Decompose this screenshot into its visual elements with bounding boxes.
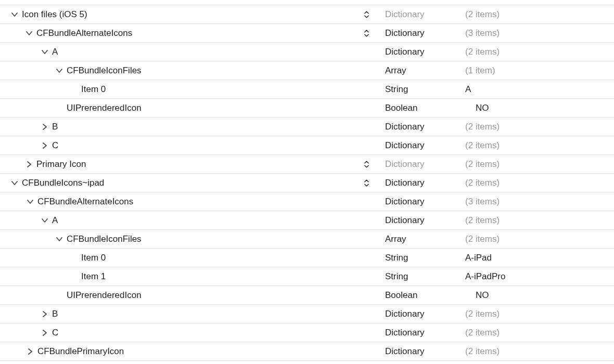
key-label: UIPrerenderedIcon bbox=[67, 290, 142, 301]
plist-row[interactable]: CFBundleIconFilesArray(2 items) bbox=[0, 230, 614, 249]
key-label: A bbox=[52, 47, 58, 57]
type-label: Dictionary bbox=[385, 159, 425, 169]
value-label: NO bbox=[476, 103, 489, 113]
type-label: Dictionary bbox=[385, 346, 425, 356]
value-label: (2 items) bbox=[465, 9, 500, 19]
plist-row[interactable]: UIPrerenderedIconBooleanNO bbox=[0, 286, 614, 305]
key-label: A bbox=[52, 215, 58, 226]
value-label: (1 item) bbox=[465, 66, 495, 75]
chevron-down-icon[interactable] bbox=[55, 67, 63, 75]
chevron-right-icon[interactable] bbox=[41, 310, 49, 318]
type-cell: Dictionary bbox=[374, 9, 462, 20]
key-cell: B bbox=[0, 309, 374, 319]
type-cell: Dictionary bbox=[374, 47, 462, 57]
key-label: B bbox=[52, 122, 58, 132]
key-cell: B bbox=[0, 122, 374, 132]
chevron-down-icon[interactable] bbox=[41, 48, 49, 56]
key-label: Item 0 bbox=[81, 84, 106, 95]
type-label: Dictionary bbox=[385, 309, 425, 319]
type-label: Boolean bbox=[385, 103, 417, 113]
plist-row[interactable]: CFBundlePrimaryIconDictionary(2 items) bbox=[0, 342, 614, 361]
value-cell: NO bbox=[462, 290, 614, 301]
value-cell: (2 items) bbox=[462, 47, 614, 57]
plist-row[interactable]: Primary IconDictionary(2 items) bbox=[0, 155, 614, 174]
value-cell: (2 items) bbox=[462, 122, 614, 132]
plist-row[interactable]: CFBundleIconFilesArray(1 item) bbox=[0, 61, 614, 80]
value-cell: (2 items) bbox=[462, 159, 614, 170]
value-label: A-iPad bbox=[465, 253, 492, 263]
chevron-down-icon[interactable] bbox=[55, 235, 63, 243]
plist-row[interactable]: CFBundleAlternateIconsDictionary(3 items… bbox=[0, 24, 614, 43]
stepper-control[interactable] bbox=[362, 28, 370, 38]
plist-table: Executable fileString$(EXECUTABLE_NAME)I… bbox=[0, 0, 614, 361]
key-label: CFBundleIconFiles bbox=[67, 234, 142, 244]
value-cell: (2 items) bbox=[462, 9, 614, 20]
type-cell: Array bbox=[374, 234, 462, 244]
plist-row[interactable]: BDictionary(2 items) bbox=[0, 305, 614, 323]
key-label: Item 1 bbox=[81, 271, 106, 282]
plist-row[interactable]: CFBundleAlternateIconsDictionary(3 items… bbox=[0, 192, 614, 211]
chevron-right-icon[interactable] bbox=[41, 141, 49, 150]
key-cell: CFBundleAlternateIcons bbox=[0, 197, 374, 207]
key-label: C bbox=[52, 140, 58, 151]
type-cell: Boolean bbox=[374, 290, 462, 301]
value-label: (2 items) bbox=[465, 47, 500, 57]
chevron-right-icon[interactable] bbox=[25, 160, 33, 168]
chevron-down-icon[interactable] bbox=[26, 198, 34, 206]
value-label: (2 items) bbox=[465, 328, 500, 337]
chevron-down-icon[interactable] bbox=[25, 29, 33, 37]
stepper-control[interactable] bbox=[362, 159, 370, 170]
plist-row[interactable]: CDictionary(2 items) bbox=[0, 323, 614, 342]
plist-row[interactable]: Executable fileString$(EXECUTABLE_NAME) bbox=[0, 0, 614, 5]
chevron-down-icon[interactable] bbox=[10, 10, 19, 19]
type-cell: String bbox=[374, 253, 462, 263]
type-label: Dictionary bbox=[385, 215, 425, 225]
key-label: Icon files (iOS 5) bbox=[22, 9, 87, 20]
chevron-right-icon[interactable] bbox=[41, 123, 49, 131]
key-cell: CFBundleIconFiles bbox=[0, 234, 374, 244]
chevron-right-icon[interactable] bbox=[41, 329, 49, 337]
type-cell: Array bbox=[374, 66, 462, 76]
key-label: CFBundleIconFiles bbox=[67, 66, 142, 76]
value-cell: (3 items) bbox=[462, 28, 614, 38]
key-cell: UIPrerenderedIcon bbox=[0, 290, 374, 301]
plist-row[interactable]: Item 1StringA-iPadPro bbox=[0, 267, 614, 286]
key-label: Item 0 bbox=[81, 253, 106, 263]
key-cell: C bbox=[0, 328, 374, 338]
plist-row[interactable]: CFBundleIcons~ipadDictionary(2 items) bbox=[0, 174, 614, 192]
value-label: A-iPadPro bbox=[465, 271, 505, 281]
plist-row[interactable]: Icon files (iOS 5)Dictionary(2 items) bbox=[0, 5, 614, 24]
plist-row[interactable]: Item 0StringA bbox=[0, 80, 614, 99]
type-label: Dictionary bbox=[385, 9, 425, 19]
key-cell: Item 1 bbox=[0, 271, 374, 282]
key-cell: CFBundleAlternateIcons bbox=[0, 28, 374, 38]
stepper-control[interactable] bbox=[362, 178, 370, 188]
type-label: Dictionary bbox=[385, 178, 425, 188]
value-label: (2 items) bbox=[465, 234, 500, 244]
chevron-right-icon[interactable] bbox=[26, 347, 34, 356]
type-label: Dictionary bbox=[385, 197, 425, 206]
key-label: CFBundleAlternateIcons bbox=[37, 197, 133, 207]
value-cell: (2 items) bbox=[462, 328, 614, 338]
type-cell: Dictionary bbox=[374, 215, 462, 226]
chevron-down-icon[interactable] bbox=[41, 216, 49, 225]
plist-row[interactable]: BDictionary(2 items) bbox=[0, 118, 614, 136]
value-cell: A-iPad bbox=[462, 253, 614, 263]
plist-row[interactable]: ADictionary(2 items) bbox=[0, 43, 614, 61]
type-label: String bbox=[385, 253, 408, 263]
value-cell: (2 items) bbox=[462, 309, 614, 319]
key-cell: Icon files (iOS 5) bbox=[0, 9, 374, 20]
value-label: (2 items) bbox=[465, 309, 500, 319]
value-cell: (2 items) bbox=[462, 178, 614, 188]
chevron-down-icon[interactable] bbox=[10, 179, 19, 187]
type-label: Dictionary bbox=[385, 47, 425, 57]
stepper-control[interactable] bbox=[362, 9, 370, 20]
type-cell: Dictionary bbox=[374, 309, 462, 319]
type-label: Dictionary bbox=[385, 28, 425, 38]
plist-row[interactable]: Item 0StringA-iPad bbox=[0, 249, 614, 267]
plist-row[interactable]: ADictionary(2 items) bbox=[0, 211, 614, 230]
value-label: (2 items) bbox=[465, 346, 500, 356]
type-label: Array bbox=[385, 66, 406, 75]
plist-row[interactable]: CDictionary(2 items) bbox=[0, 136, 614, 155]
plist-row[interactable]: UIPrerenderedIconBooleanNO bbox=[0, 99, 614, 118]
